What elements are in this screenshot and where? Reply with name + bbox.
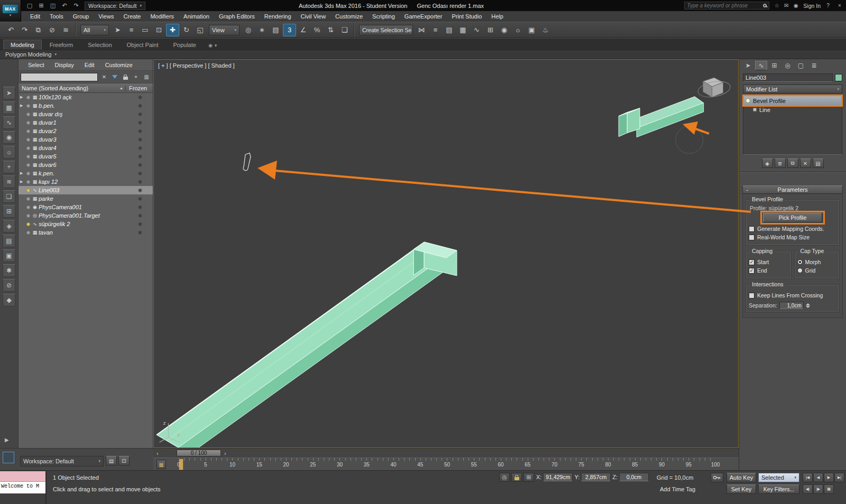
- expand-arrow-icon[interactable]: ▶: [20, 171, 25, 175]
- macro-recorder-pane[interactable]: [0, 471, 45, 482]
- curve-editor-icon[interactable]: ∿: [470, 24, 483, 36]
- expand-arrow-icon[interactable]: ▶: [20, 104, 25, 108]
- show-containers-icon[interactable]: ▤: [3, 235, 15, 247]
- frozen-icon[interactable]: ✱: [127, 103, 153, 109]
- frozen-icon[interactable]: ✱: [127, 120, 153, 126]
- hierarchy-tab-icon[interactable]: ⊞: [768, 61, 780, 70]
- search-icon[interactable]: [763, 4, 767, 7]
- frozen-icon[interactable]: ✱: [127, 145, 153, 151]
- frozen-icon[interactable]: ✱: [127, 213, 153, 219]
- visibility-dot-icon[interactable]: [26, 222, 30, 226]
- absolute-mode-toggle-icon[interactable]: ⊞: [523, 473, 534, 482]
- visibility-dot-icon[interactable]: [26, 113, 30, 116]
- ribbon-tab[interactable]: Object Paint: [120, 40, 165, 50]
- listener-pane[interactable]: Welcome to M: [0, 482, 45, 493]
- scene-object-row[interactable]: ▦ duvar6 ✱: [19, 161, 153, 169]
- scene-object-row[interactable]: ▶ ▦ 100x120 açk ✱: [19, 93, 153, 101]
- use-center-icon[interactable]: ◎: [242, 24, 255, 36]
- viewport-tab-expand-icon[interactable]: ▶: [5, 437, 9, 443]
- cap-start-checkbox[interactable]: ✓: [749, 259, 755, 265]
- explorer-menu-item[interactable]: Edit: [79, 62, 100, 68]
- menu-item[interactable]: Rendering: [260, 11, 296, 22]
- select-object-icon[interactable]: ➤: [111, 24, 124, 36]
- frozen-icon[interactable]: ✱: [127, 154, 153, 160]
- show-shapes-icon[interactable]: ∿: [3, 116, 15, 129]
- x-coordinate-field[interactable]: 91,429cm: [543, 473, 573, 481]
- separation-spinner[interactable]: [806, 303, 810, 308]
- visibility-dot-icon[interactable]: [26, 155, 30, 158]
- scene-object-row[interactable]: ▦ duvar1 ✱: [19, 118, 153, 127]
- menu-item[interactable]: Animation: [179, 11, 214, 22]
- percent-snap-icon[interactable]: %: [310, 24, 324, 36]
- select-and-link-icon[interactable]: ⧉: [32, 24, 45, 36]
- named-selection-set-dropdown[interactable]: Create Selection Se ▾: [359, 25, 413, 35]
- menu-item[interactable]: Customize: [330, 11, 367, 22]
- scene-object-row[interactable]: ◉ PhysCamera001 ✱: [19, 203, 153, 211]
- undo-icon[interactable]: ↶: [4, 24, 17, 36]
- remove-modifier-icon[interactable]: ✕: [800, 158, 811, 168]
- scene-object-row[interactable]: ▦ parke ✱: [19, 194, 153, 203]
- generate-mapping-checkbox[interactable]: [749, 226, 755, 232]
- show-geometry-icon[interactable]: ▦: [3, 101, 15, 114]
- clear-search-icon[interactable]: ✕: [100, 73, 108, 81]
- object-name-field[interactable]: Line003: [743, 73, 833, 82]
- unlink-selection-icon[interactable]: ⊘: [45, 24, 59, 36]
- communication-icon[interactable]: ✉: [782, 2, 790, 10]
- time-config-icon[interactable]: ▦: [824, 484, 834, 494]
- pick-add-icon[interactable]: +: [132, 73, 140, 81]
- render-production-icon[interactable]: ♨: [539, 24, 552, 36]
- scene-object-row[interactable]: ▶ ▦ b.pen. ✱: [19, 101, 153, 110]
- save-file-icon[interactable]: ◫: [48, 1, 58, 10]
- frozen-icon[interactable]: ✱: [127, 188, 153, 193]
- frozen-icon[interactable]: ✱: [127, 128, 153, 134]
- menu-item[interactable]: Print Studio: [447, 11, 486, 22]
- reference-coordinate-dropdown[interactable]: View ▾: [209, 25, 240, 35]
- show-xrefs-icon[interactable]: ⊞: [3, 205, 15, 218]
- ribbon-tab[interactable]: Modeling: [3, 40, 42, 50]
- frozen-icon[interactable]: ✱: [127, 162, 153, 168]
- show-spacewarps-icon[interactable]: ≋: [3, 175, 15, 188]
- frozen-icon[interactable]: ✱: [127, 196, 153, 202]
- frozen-icon[interactable]: ✱: [127, 179, 153, 185]
- z-coordinate-field[interactable]: 0,0cm: [619, 473, 649, 481]
- expand-arrow-icon[interactable]: ▶: [20, 180, 25, 184]
- go-to-end-icon[interactable]: ▶|: [834, 473, 844, 482]
- visibility-dot-icon[interactable]: [26, 206, 30, 209]
- show-helpers-icon[interactable]: +: [3, 161, 15, 173]
- workspace-selector[interactable]: Workspace: Default ▾: [85, 2, 145, 10]
- menu-item[interactable]: Scripting: [367, 11, 400, 22]
- make-unique-icon[interactable]: ⧉: [787, 158, 798, 168]
- show-groups-icon[interactable]: ❏: [3, 190, 15, 203]
- redo-icon[interactable]: ↷: [71, 1, 81, 10]
- mirror-icon[interactable]: ⋈: [415, 24, 428, 36]
- visibility-dot-icon[interactable]: [26, 214, 30, 218]
- previous-frame-icon[interactable]: ◀: [813, 473, 823, 482]
- pin-stack-icon[interactable]: ◈: [762, 158, 773, 168]
- favorites-star-icon[interactable]: ☆: [773, 2, 781, 10]
- frozen-icon[interactable]: ✱: [127, 230, 153, 236]
- key-filters-button[interactable]: Key Filters...: [758, 484, 799, 494]
- bind-to-space-warp-icon[interactable]: ≋: [59, 24, 72, 36]
- scene-object-row[interactable]: ▦ duvar2 ✱: [19, 127, 153, 135]
- create-tab-icon[interactable]: ➤: [742, 61, 754, 70]
- modifier-list-dropdown[interactable]: Modifier List ▾: [743, 85, 842, 94]
- keyboard-override-icon[interactable]: ▤: [269, 24, 282, 36]
- visibility-dot-icon[interactable]: [26, 231, 30, 235]
- scene-object-row[interactable]: ▦ tavan ✱: [19, 228, 153, 237]
- explorer-menu-item[interactable]: Select: [23, 62, 50, 68]
- visibility-dot-icon[interactable]: [26, 180, 30, 184]
- ribbon-options-icon[interactable]: ◉: [208, 43, 213, 48]
- render-setup-icon[interactable]: ☼: [511, 24, 525, 36]
- visibility-dot-icon[interactable]: [26, 172, 30, 175]
- sign-in-link[interactable]: Sign In: [803, 3, 821, 9]
- scene-object-row[interactable]: ◎ PhysCamera001.Target ✱: [19, 211, 153, 220]
- frozen-icon[interactable]: ✱: [127, 95, 153, 100]
- explorer-search-input[interactable]: [21, 73, 98, 81]
- scene-object-row[interactable]: ▦ duvar4 ✱: [19, 144, 153, 152]
- lock-explorer-icon[interactable]: [121, 73, 130, 81]
- show-lights-icon[interactable]: ☼: [3, 146, 15, 158]
- menu-item[interactable]: Tools: [45, 11, 68, 22]
- infocenter-search-input[interactable]: [687, 3, 761, 8]
- select-filter-icon[interactable]: ➤: [3, 87, 15, 99]
- select-by-name-icon[interactable]: ≡: [125, 24, 138, 36]
